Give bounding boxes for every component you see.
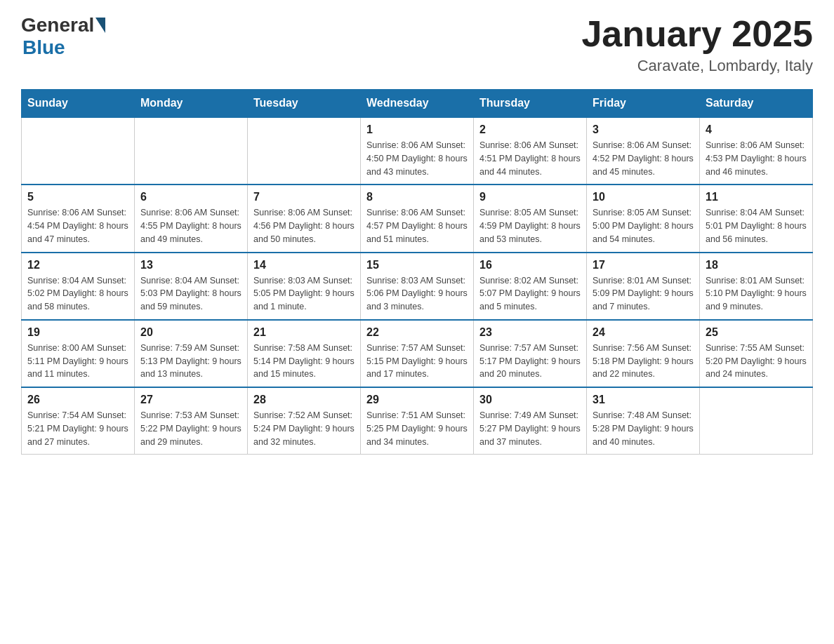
day-info: Sunrise: 8:00 AM Sunset: 5:11 PM Dayligh… [27,342,128,381]
day-number: 13 [140,259,241,271]
day-info: Sunrise: 8:03 AM Sunset: 5:05 PM Dayligh… [253,274,355,314]
calendar-cell: 27Sunrise: 7:53 AM Sunset: 5:22 PM Dayli… [135,387,248,455]
calendar-header-sunday: Sunday [22,90,135,118]
day-info: Sunrise: 7:56 AM Sunset: 5:18 PM Dayligh… [593,342,694,381]
day-number: 18 [706,259,807,271]
calendar-cell: 29Sunrise: 7:51 AM Sunset: 5:25 PM Dayli… [361,387,474,455]
day-info: Sunrise: 7:53 AM Sunset: 5:22 PM Dayligh… [140,409,241,448]
day-info: Sunrise: 8:03 AM Sunset: 5:06 PM Dayligh… [366,274,468,314]
calendar-cell: 16Sunrise: 8:02 AM Sunset: 5:07 PM Dayli… [474,253,587,320]
day-number: 16 [479,259,581,271]
calendar-cell [22,117,135,185]
calendar-cell: 4Sunrise: 8:06 AM Sunset: 4:53 PM Daylig… [700,117,813,185]
day-number: 10 [593,191,694,203]
calendar-cell: 23Sunrise: 7:57 AM Sunset: 5:17 PM Dayli… [474,320,587,387]
calendar-week-row: 26Sunrise: 7:54 AM Sunset: 5:21 PM Dayli… [22,387,813,455]
day-info: Sunrise: 8:04 AM Sunset: 5:02 PM Dayligh… [27,274,128,314]
day-number: 21 [253,326,355,339]
day-info: Sunrise: 8:01 AM Sunset: 5:09 PM Dayligh… [593,274,694,314]
day-number: 27 [140,394,241,406]
day-info: Sunrise: 8:06 AM Sunset: 4:53 PM Dayligh… [706,139,807,178]
calendar-cell: 10Sunrise: 8:05 AM Sunset: 5:00 PM Dayli… [587,185,700,252]
calendar-cell: 6Sunrise: 8:06 AM Sunset: 4:55 PM Daylig… [135,185,248,252]
calendar-cell: 24Sunrise: 7:56 AM Sunset: 5:18 PM Dayli… [587,320,700,387]
calendar-cell: 26Sunrise: 7:54 AM Sunset: 5:21 PM Dayli… [22,387,135,455]
day-number: 4 [706,123,807,136]
day-info: Sunrise: 8:06 AM Sunset: 4:54 PM Dayligh… [27,206,128,246]
calendar-cell: 17Sunrise: 8:01 AM Sunset: 5:09 PM Dayli… [587,253,700,320]
calendar-cell: 20Sunrise: 7:59 AM Sunset: 5:13 PM Dayli… [135,320,248,387]
calendar-header-friday: Friday [587,90,700,118]
day-number: 11 [706,191,807,203]
calendar-cell: 5Sunrise: 8:06 AM Sunset: 4:54 PM Daylig… [22,185,135,252]
logo: General Blue [21,14,105,59]
location-label: Caravate, Lombardy, Italy [581,57,813,75]
day-number: 28 [253,394,355,406]
calendar-cell [248,117,361,185]
calendar-header-thursday: Thursday [474,90,587,118]
logo-blue-text: Blue [22,36,65,59]
calendar-header-monday: Monday [135,90,248,118]
day-info: Sunrise: 7:54 AM Sunset: 5:21 PM Dayligh… [27,409,128,448]
day-info: Sunrise: 7:58 AM Sunset: 5:14 PM Dayligh… [253,342,355,381]
day-number: 3 [593,123,694,136]
calendar-cell: 25Sunrise: 7:55 AM Sunset: 5:20 PM Dayli… [700,320,813,387]
calendar-table: SundayMondayTuesdayWednesdayThursdayFrid… [21,89,813,455]
day-number: 1 [366,123,468,136]
calendar-header-tuesday: Tuesday [248,90,361,118]
day-number: 30 [479,394,581,406]
day-info: Sunrise: 7:48 AM Sunset: 5:28 PM Dayligh… [593,409,694,448]
calendar-week-row: 12Sunrise: 8:04 AM Sunset: 5:02 PM Dayli… [22,253,813,320]
calendar-cell: 19Sunrise: 8:00 AM Sunset: 5:11 PM Dayli… [22,320,135,387]
calendar-cell: 7Sunrise: 8:06 AM Sunset: 4:56 PM Daylig… [248,185,361,252]
calendar-cell: 13Sunrise: 8:04 AM Sunset: 5:03 PM Dayli… [135,253,248,320]
day-number: 12 [27,259,128,271]
day-number: 2 [479,123,581,136]
calendar-week-row: 19Sunrise: 8:00 AM Sunset: 5:11 PM Dayli… [22,320,813,387]
day-number: 20 [140,326,241,339]
day-info: Sunrise: 8:04 AM Sunset: 5:03 PM Dayligh… [140,274,241,314]
calendar-header-wednesday: Wednesday [361,90,474,118]
day-info: Sunrise: 7:57 AM Sunset: 5:15 PM Dayligh… [366,342,468,381]
day-number: 24 [593,326,694,339]
calendar-cell: 14Sunrise: 8:03 AM Sunset: 5:05 PM Dayli… [248,253,361,320]
logo-triangle-icon [95,18,105,33]
calendar-cell [700,387,813,455]
logo-general-text: General [21,14,94,36]
day-info: Sunrise: 8:05 AM Sunset: 4:59 PM Dayligh… [479,206,581,246]
day-number: 31 [593,394,694,406]
day-info: Sunrise: 7:57 AM Sunset: 5:17 PM Dayligh… [479,342,581,381]
calendar-cell: 12Sunrise: 8:04 AM Sunset: 5:02 PM Dayli… [22,253,135,320]
calendar-header-row: SundayMondayTuesdayWednesdayThursdayFrid… [22,90,813,118]
page-header: General Blue January 2025 Caravate, Lomb… [21,14,813,75]
calendar-cell: 21Sunrise: 7:58 AM Sunset: 5:14 PM Dayli… [248,320,361,387]
day-info: Sunrise: 8:01 AM Sunset: 5:10 PM Dayligh… [706,274,807,314]
day-info: Sunrise: 7:55 AM Sunset: 5:20 PM Dayligh… [706,342,807,381]
calendar-cell: 18Sunrise: 8:01 AM Sunset: 5:10 PM Dayli… [700,253,813,320]
day-number: 15 [366,259,468,271]
day-number: 25 [706,326,807,339]
day-info: Sunrise: 7:49 AM Sunset: 5:27 PM Dayligh… [479,409,581,448]
day-number: 26 [27,394,128,406]
calendar-cell: 2Sunrise: 8:06 AM Sunset: 4:51 PM Daylig… [474,117,587,185]
day-info: Sunrise: 7:52 AM Sunset: 5:24 PM Dayligh… [253,409,355,448]
calendar-cell: 8Sunrise: 8:06 AM Sunset: 4:57 PM Daylig… [361,185,474,252]
day-number: 22 [366,326,468,339]
day-info: Sunrise: 8:04 AM Sunset: 5:01 PM Dayligh… [706,206,807,246]
calendar-cell: 31Sunrise: 7:48 AM Sunset: 5:28 PM Dayli… [587,387,700,455]
day-number: 19 [27,326,128,339]
calendar-cell: 1Sunrise: 8:06 AM Sunset: 4:50 PM Daylig… [361,117,474,185]
day-number: 14 [253,259,355,271]
day-number: 9 [479,191,581,203]
calendar-cell: 22Sunrise: 7:57 AM Sunset: 5:15 PM Dayli… [361,320,474,387]
day-number: 23 [479,326,581,339]
day-number: 8 [366,191,468,203]
day-info: Sunrise: 8:06 AM Sunset: 4:55 PM Dayligh… [140,206,241,246]
day-info: Sunrise: 8:02 AM Sunset: 5:07 PM Dayligh… [479,274,581,314]
calendar-cell: 3Sunrise: 8:06 AM Sunset: 4:52 PM Daylig… [587,117,700,185]
day-info: Sunrise: 8:06 AM Sunset: 4:56 PM Dayligh… [253,206,355,246]
day-number: 29 [366,394,468,406]
day-info: Sunrise: 7:59 AM Sunset: 5:13 PM Dayligh… [140,342,241,381]
calendar-header-saturday: Saturday [700,90,813,118]
day-number: 17 [593,259,694,271]
